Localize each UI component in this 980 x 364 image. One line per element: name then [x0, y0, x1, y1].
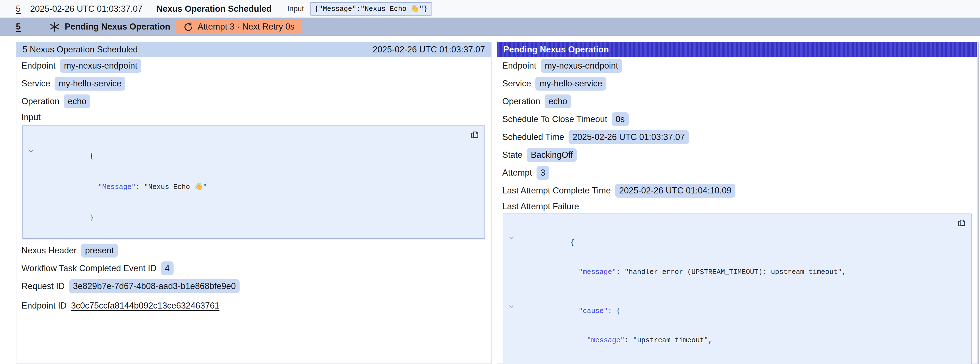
panel-title: 5 Nexus Operation Scheduled	[22, 45, 138, 54]
field-label: Endpoint	[21, 61, 56, 71]
field-value-badge: my-nexus-endpoint	[541, 59, 622, 73]
json-line: "Message": "Nexus Echo 👋"	[27, 172, 465, 203]
field-label: Endpoint ID	[21, 301, 67, 311]
field-row-operation: Operation echo	[502, 93, 972, 110]
scheduled-event-panel: 5 Nexus Operation Scheduled 2025-02-26 U…	[16, 42, 492, 364]
field-value-badge: present	[81, 244, 118, 257]
copy-icon[interactable]	[470, 130, 480, 140]
collapse-chevron-icon[interactable]	[508, 303, 514, 310]
retry-icon	[183, 21, 194, 32]
field-label: Nexus Header	[21, 246, 76, 255]
field-value-badge: 4	[161, 262, 173, 275]
input-section-label-row: Input	[21, 110, 485, 124]
field-value-badge: echo	[545, 94, 571, 109]
json-line: {	[507, 219, 951, 257]
field-value-badge: 3e829b7e-7d67-4b08-aad3-b1e868bfe9e0	[69, 279, 240, 293]
field-label: Scheduled Time	[502, 132, 564, 142]
event-id-link[interactable]: 5	[16, 4, 21, 14]
field-row-state: State BackingOff	[502, 146, 972, 164]
pending-asterisk-icon	[49, 21, 60, 32]
field-label: Service	[502, 78, 531, 89]
field-row-endpoint: Endpoint my-nexus-endpoint	[502, 57, 972, 75]
field-row-service: Service my-hello-service	[502, 75, 972, 93]
field-row-service: Service my-hello-service	[21, 75, 485, 93]
field-row-last-attempt-complete-time: Last Attempt Complete Time 2025-02-26 UT…	[502, 182, 972, 200]
input-json-viewer: { "Message": "Nexus Echo 👋" }	[22, 125, 485, 239]
json-line: "cause": {	[507, 287, 951, 326]
collapse-chevron-icon[interactable]	[28, 148, 34, 154]
field-label: Operation	[21, 96, 59, 107]
field-value-badge: 3	[536, 166, 549, 180]
field-value-badge: my-hello-service	[55, 77, 126, 91]
panel-title: Pending Nexus Operation	[503, 45, 609, 54]
event-row-pending[interactable]: 5 Pending Nexus Operation Attempt 3 · Ne…	[0, 18, 980, 36]
field-label: Request ID	[21, 281, 65, 291]
field-row-request-id: Request ID 3e829b7e-7d67-4b08-aad3-b1e86…	[21, 277, 485, 295]
scheduled-panel-header: 5 Nexus Operation Scheduled 2025-02-26 U…	[16, 42, 491, 57]
json-line: {	[27, 131, 465, 172]
field-row-scheduled-time: Scheduled Time 2025-02-26 UTC 01:03:37.0…	[502, 128, 972, 146]
field-label: Service	[21, 78, 50, 89]
panel-timestamp: 2025-02-26 UTC 01:03:37.07	[373, 45, 485, 54]
copy-icon[interactable]	[956, 218, 967, 228]
event-timestamp: 2025-02-26 UTC 01:03:37.07	[30, 4, 142, 14]
json-line: "message": "handler error (UPSTREAM_TIME…	[507, 257, 951, 287]
field-row-nexus-header: Nexus Header present	[21, 242, 485, 259]
field-row-endpoint-id: Endpoint ID 3c0c75ccfa8144b092c13ce63246…	[21, 297, 485, 315]
event-name: Nexus Operation Scheduled	[157, 4, 272, 14]
field-value-badge: echo	[64, 94, 90, 109]
failure-section-label: Last Attempt Failure	[502, 201, 579, 212]
field-value-badge: 0s	[612, 112, 629, 126]
field-row-endpoint: Endpoint my-nexus-endpoint	[21, 57, 485, 75]
field-row-attempt: Attempt 3	[502, 164, 972, 182]
collapse-chevron-icon[interactable]	[508, 235, 514, 241]
endpoint-id-link[interactable]: 3c0c75ccfa8144b092c13ce632463761	[71, 301, 220, 311]
field-label: Schedule To Close Timeout	[502, 114, 607, 124]
field-value-badge: my-nexus-endpoint	[60, 59, 141, 73]
field-label: Endpoint	[502, 61, 536, 71]
event-input-label: Input	[287, 5, 304, 13]
field-row-operation: Operation echo	[21, 93, 485, 110]
field-label: Last Attempt Complete Time	[502, 186, 611, 196]
field-value-badge: my-hello-service	[535, 77, 606, 91]
event-name: Pending Nexus Operation	[65, 22, 170, 32]
field-value-badge: BackingOff	[527, 148, 577, 162]
event-row-scheduled[interactable]: 5 2025-02-26 UTC 01:03:37.07 Nexus Opera…	[0, 0, 980, 18]
json-line: "applicationFailureInfo": {	[507, 355, 951, 364]
field-label: State	[502, 150, 522, 160]
event-id-link[interactable]: 5	[16, 22, 21, 32]
field-label: Operation	[502, 96, 540, 107]
retry-label: Attempt 3 · Next Retry 0s	[197, 22, 294, 32]
pending-operation-panel: Pending Nexus Operation Endpoint my-nexu…	[497, 42, 978, 364]
failure-section-label-row: Last Attempt Failure	[502, 200, 972, 214]
event-detail-panels: 5 Nexus Operation Scheduled 2025-02-26 U…	[16, 42, 978, 364]
json-line: "message": "upstream timeout",	[507, 326, 951, 355]
retry-status-badge: Attempt 3 · Next Retry 0s	[177, 19, 301, 34]
field-label: Attempt	[502, 168, 532, 178]
field-label: Workflow Task Completed Event ID	[21, 263, 157, 273]
event-input-chip: {"Message":"Nexus Echo 👋"}	[310, 2, 432, 16]
field-row-workflow-task-completed-event-id: Workflow Task Completed Event ID 4	[21, 259, 485, 277]
json-line: }	[27, 203, 465, 233]
field-value-badge: 2025-02-26 UTC 01:04:10.09	[615, 184, 735, 198]
field-row-schedule-to-close-timeout: Schedule To Close Timeout 0s	[502, 110, 972, 128]
event-history-detail-screen: 5 2025-02-26 UTC 01:03:37.07 Nexus Opera…	[0, 0, 980, 364]
scroll-track-divider	[978, 42, 979, 364]
failure-json-viewer: { "message": "handler error (UPSTREAM_TI…	[503, 214, 972, 364]
pending-panel-header: Pending Nexus Operation	[497, 42, 977, 57]
field-value-badge: 2025-02-26 UTC 01:03:37.07	[568, 130, 689, 144]
input-section-label: Input	[21, 112, 41, 122]
